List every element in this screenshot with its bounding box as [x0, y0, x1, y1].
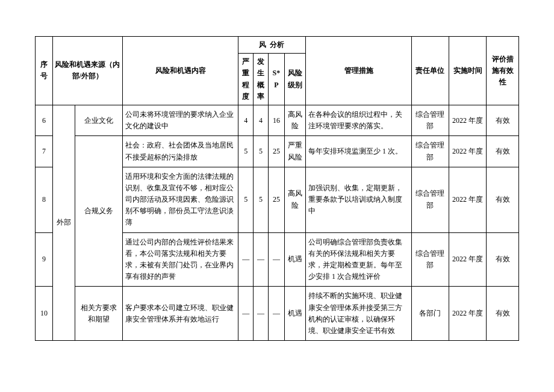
- cell-mgmt: 加强识别、收集，定期更新，重要条款予以培训或纳入制度中: [306, 167, 412, 232]
- cell-level: 严重风险: [284, 136, 305, 167]
- cell-source-sub: 相关方要求和期望: [75, 287, 123, 341]
- table-row: 6 外部 企业文化 公司未将环境管理的要求纳入企业文化的建设中 4 4 16 高…: [36, 105, 519, 135]
- cell-p: 4: [254, 105, 269, 135]
- cell-time: 2022 年度: [449, 287, 487, 341]
- cell-seq: 8: [36, 167, 53, 232]
- cell-content: 客户要求本公司建立环境、职业健康安全管理体系并有效地运行: [122, 287, 238, 341]
- cell-dept: 各部门: [411, 287, 449, 341]
- cell-content: 通过公司内部的合规性评价结果来看，本公司落实法规和相关方要求，未被有关部门处罚，…: [122, 232, 238, 287]
- cell-s: 5: [238, 136, 254, 167]
- cell-outer-source: 外部: [52, 105, 75, 340]
- th-seq: 序号: [36, 37, 53, 105]
- cell-dept: 综合管理部: [411, 105, 449, 135]
- cell-time: 2022 年度: [449, 105, 487, 135]
- cell-mgmt: 每年安排环境监测至少 1 次。: [306, 136, 412, 167]
- cell-s: 5: [238, 167, 254, 232]
- cell-s: —: [238, 232, 254, 287]
- cell-seq: 10: [36, 287, 53, 341]
- cell-level: 机遇: [284, 232, 305, 287]
- cell-time: 2022 年度: [449, 136, 487, 167]
- cell-sp: 25: [268, 136, 284, 167]
- table-row: 7 合规义务 社会：政府、社会团体及当地居民不接受超标的污染排放 5 5 25 …: [36, 136, 519, 167]
- cell-p: —: [254, 287, 269, 341]
- cell-p: 5: [254, 136, 269, 167]
- cell-s: —: [238, 287, 254, 341]
- cell-sp: 16: [268, 105, 284, 135]
- cell-level: 高风险: [284, 105, 305, 135]
- cell-content: 社会：政府、社会团体及当地居民不接受超标的污染排放: [122, 136, 238, 167]
- cell-level: 机遇: [284, 287, 305, 341]
- cell-source-sub: 合规义务: [75, 136, 123, 287]
- cell-mgmt: 持续不断的实施环境、职业健康安全管理体系并接受第三方机构的认证审核，以确保环境、…: [306, 287, 412, 341]
- cell-eff: 有效: [487, 287, 519, 341]
- th-source: 风险和机遇来源（内部/外部）: [52, 37, 122, 105]
- cell-seq: 7: [36, 136, 53, 167]
- cell-seq: 6: [36, 105, 53, 135]
- cell-eff: 有效: [487, 167, 519, 232]
- th-probability: 发生概率: [254, 54, 269, 105]
- cell-seq: 9: [36, 232, 53, 287]
- th-eff: 评价措施有效性: [487, 37, 519, 105]
- cell-mgmt: 在各种会议的组织过程中，关注环境管理要求的落实。: [306, 105, 412, 135]
- table-row: 10 相关方要求和期望 客户要求本公司建立环境、职业健康安全管理体系并有效地运行…: [36, 287, 519, 341]
- cell-mgmt: 公司明确综合管理部负责收集有关的环保法规和相关方要求，并定期检查更新。每年至少安…: [306, 232, 412, 287]
- cell-sp: —: [268, 232, 284, 287]
- cell-eff: 有效: [487, 136, 519, 167]
- th-dept: 责任单位: [411, 37, 449, 105]
- th-sp: S*P: [268, 54, 284, 105]
- th-mgmt: 管理措施: [306, 37, 412, 105]
- cell-time: 2022 年度: [449, 167, 487, 232]
- th-analysis-left: 风: [238, 37, 269, 54]
- cell-p: —: [254, 232, 269, 287]
- th-time: 实施时间: [449, 37, 487, 105]
- cell-content: 公司未将环境管理的要求纳入企业文化的建设中: [122, 105, 238, 135]
- risk-table: 序号 风险和机遇来源（内部/外部） 风险和机遇内容 风 分析 管理措施 责任单位…: [35, 36, 519, 341]
- cell-s: 4: [238, 105, 254, 135]
- cell-eff: 有效: [487, 105, 519, 135]
- th-level: 风险级别: [284, 54, 305, 105]
- cell-sp: 25: [268, 167, 284, 232]
- cell-dept: 综合管理部: [411, 136, 449, 167]
- cell-dept: 综合管理部: [411, 167, 449, 232]
- th-content: 风险和机遇内容: [122, 37, 238, 105]
- cell-level: 高风险: [284, 167, 305, 232]
- cell-dept: 综合管理部: [411, 232, 449, 287]
- cell-time: 2022 年度: [449, 232, 487, 287]
- th-severity: 严重程度: [238, 54, 254, 105]
- th-analysis-right: 分析: [268, 37, 305, 54]
- cell-content: 适用环境和安全方面的法律法规的识别、收集及宣传不够，相对应公司内部活动及环境因素…: [122, 167, 238, 232]
- cell-sp: —: [268, 287, 284, 341]
- cell-p: 5: [254, 167, 269, 232]
- cell-source-sub: 企业文化: [75, 105, 123, 135]
- cell-eff: 有效: [487, 232, 519, 287]
